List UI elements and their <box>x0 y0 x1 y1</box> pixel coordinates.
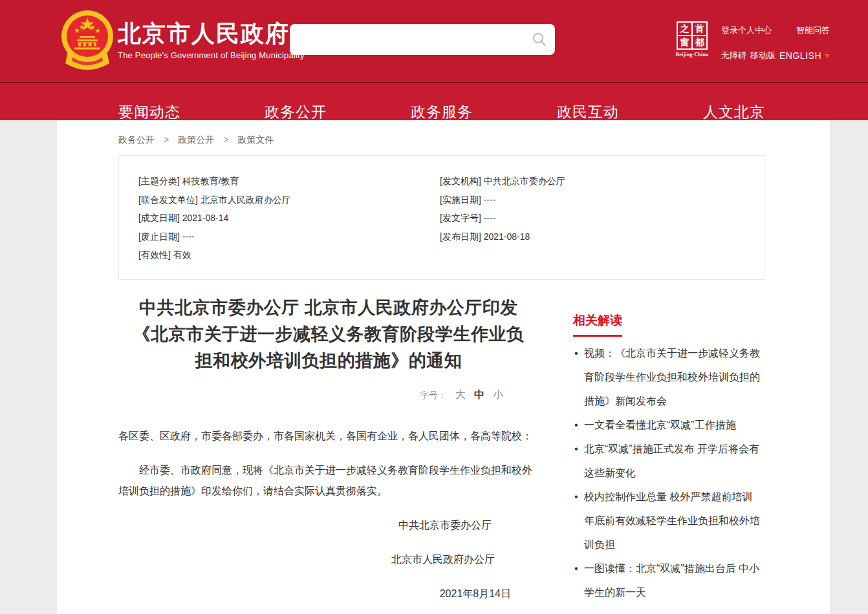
metadata-label: [有效性] <box>138 249 171 260</box>
metadata-row: [成文日期] 2021-08-14 <box>138 209 440 228</box>
capital-window-caption: Beijing-China <box>674 52 710 58</box>
metadata-label: [成文日期] <box>138 213 180 223</box>
article-paragraph: 各区委、区政府，市委各部委办，市各国家机关，各国有企业，各人民团体，各高等院校： <box>118 426 539 447</box>
metadata-left-column: [主题分类] 科技教育/教育 [联合发文单位] 北京市人民政府办公厅 [成文日期… <box>138 172 440 279</box>
smart-qa-link[interactable]: 智能问答 <box>796 25 830 36</box>
metadata-row: [联合发文单位] 北京市人民政府办公厅 <box>138 191 440 209</box>
capital-window-seal-icon: 之 首 窗 都 <box>677 21 708 50</box>
metadata-value: 2021-08-14 <box>182 213 229 223</box>
breadcrumb-item[interactable]: 政策公开 <box>155 134 214 146</box>
site-title-group[interactable]: 北京市人民政府 The People's Government of Beiji… <box>118 21 305 60</box>
font-size-large-button[interactable]: 大 <box>455 389 466 400</box>
related-reading-item-label: 视频：《北京市关于进一步减轻义务教育阶段学生作业负担和校外培训负担的措施》新闻发… <box>584 348 760 407</box>
login-link[interactable]: 登录个人中心 <box>721 25 772 36</box>
metadata-row: [有效性] 有效 <box>138 246 440 264</box>
nav-item-label: 要闻动态 <box>118 102 180 122</box>
chevron-down-icon <box>825 54 830 58</box>
metadata-label: [废止日期] <box>138 231 180 242</box>
metadata-row: [主题分类] 科技教育/教育 <box>138 172 440 191</box>
related-reading-item[interactable]: 校内控制作业总量 校外严禁超前培训 年底前有效减轻学生作业负担和校外培训负担 <box>573 485 765 556</box>
article-body: 各区委、区政府，市委各部委办，市各国家机关，各国有企业，各人民团体，各高等院校：… <box>118 426 539 604</box>
header-quick-links: 登录个人中心 智能问答 无障碍 移动版 ENGLISH <box>721 25 830 61</box>
seal-char: 首 <box>693 23 706 35</box>
seal-char: 之 <box>678 23 691 35</box>
signature-org-2: 北京市人民政府办公厅 <box>118 549 539 570</box>
nav-item-label: 政务服务 <box>411 102 473 122</box>
search-icon[interactable] <box>532 32 547 47</box>
related-reading-item-label: 校内控制作业总量 校外严禁超前培训 年底前有效减轻学生作业负担和校外培训负担 <box>584 491 760 550</box>
signature-date: 2021年8月14日 <box>118 584 539 604</box>
english-link[interactable]: ENGLISH <box>779 50 830 61</box>
metadata-value: 有效 <box>173 249 191 260</box>
english-label: ENGLISH <box>779 50 821 61</box>
related-reading-item[interactable]: 一图读懂：北京“双减”措施出台后 中小学生的新一天 <box>573 556 765 604</box>
font-size-controls: 字号：大中小 <box>118 388 539 402</box>
metadata-row: [发文机构] 中共北京市委办公厅 <box>440 172 565 191</box>
metadata-value: 中共北京市委办公厅 <box>484 176 565 186</box>
metadata-row: [实施日期] ---- <box>440 191 565 209</box>
nav-item-label: 人文北京 <box>703 102 765 122</box>
metadata-right-column: [发文机构] 中共北京市委办公厅 [实施日期] ---- [发文字号] ----… <box>440 172 565 279</box>
article-title-line: 担和校外培训负担的措施》的通知 <box>118 348 539 374</box>
mobile-version-link[interactable]: 移动版 <box>750 50 776 61</box>
metadata-value: 北京市人民政府办公厅 <box>201 195 291 205</box>
breadcrumb-label: 政策公开 <box>178 134 214 145</box>
article-title-line: 中共北京市委办公厅 北京市人民政府办公厅印发 <box>118 295 539 321</box>
related-reading-sidebar: 相关解读 视频：《北京市关于进一步减轻义务教育阶段学生作业负担和校外培训负担的措… <box>573 312 765 604</box>
font-size-label: 字号： <box>420 390 447 400</box>
related-reading-item-label: 一文看全看懂北京“双减”工作措施 <box>584 419 736 430</box>
seal-char: 窗 <box>678 36 691 48</box>
breadcrumb-label: 政策文件 <box>237 134 274 145</box>
metadata-value: ---- <box>484 195 496 205</box>
metadata-row: [废止日期] ---- <box>138 228 440 246</box>
search-bar <box>290 24 555 55</box>
related-reading-item-label: 北京“双减”措施正式发布 开学后将会有这些新变化 <box>584 443 759 478</box>
metadata-value: ---- <box>182 231 195 242</box>
nav-item-label: 政民互动 <box>557 102 619 122</box>
site-name: 北京市人民政府 <box>118 21 305 46</box>
breadcrumb-item[interactable]: 政策文件 <box>214 134 274 146</box>
article-paragraph: 经市委、市政府同意，现将《北京市关于进一步减轻义务教育阶段学生作业负担和校外培训… <box>118 460 539 502</box>
site-name-english: The People's Government of Beijing Munic… <box>118 50 305 60</box>
metadata-label: [发布日期] <box>440 231 481 242</box>
metadata-value: 科技教育/教育 <box>182 176 239 186</box>
search-input[interactable] <box>290 24 555 55</box>
metadata-label: [发文机构] <box>440 176 481 186</box>
related-reading-item-label: 一图读懂：北京“双减”措施出台后 中小学生的新一天 <box>584 563 759 598</box>
font-size-small-button[interactable]: 小 <box>493 389 503 400</box>
breadcrumb-label: 政务公开 <box>118 134 155 145</box>
metadata-label: [主题分类] <box>138 176 180 186</box>
signature-org-1: 中共北京市委办公厅 <box>118 515 539 536</box>
document-metadata-box: [主题分类] 科技教育/教育 [联合发文单位] 北京市人民政府办公厅 [成文日期… <box>118 155 765 280</box>
article-title-line: 《北京市关于进一步减轻义务教育阶段学生作业负 <box>118 321 539 348</box>
site-header: 北京市人民政府 The People's Government of Beiji… <box>0 0 868 82</box>
metadata-label: [联合发文单位] <box>138 195 198 205</box>
metadata-row: [发布日期] 2021-08-18 <box>440 228 565 246</box>
nav-item-label: 政务公开 <box>265 102 327 122</box>
related-reading-item[interactable]: 一文看全看懂北京“双减”工作措施 <box>573 413 765 437</box>
national-emblem-icon[interactable] <box>61 9 114 76</box>
accessibility-link[interactable]: 无障碍 <box>721 50 746 61</box>
related-reading-item[interactable]: 视频：《北京市关于进一步减轻义务教育阶段学生作业负担和校外培训负担的措施》新闻发… <box>573 341 765 413</box>
main-nav: 要闻动态 政务公开 政务服务 政民互动 人文北京 <box>0 82 868 120</box>
sidebar-title: 相关解读 <box>573 312 622 337</box>
article-title: 中共北京市委办公厅 北京市人民政府办公厅印发 《北京市关于进一步减轻义务教育阶段… <box>118 295 539 374</box>
metadata-value: 2021-08-18 <box>484 231 530 242</box>
metadata-label: [发文字号] <box>440 213 481 223</box>
metadata-value: ---- <box>484 213 496 223</box>
metadata-label: [实施日期] <box>440 195 481 205</box>
content-panel: 政务公开 政策公开 政策文件 [主题分类] 科技教育/教育 [联合发文单位] 北… <box>57 120 830 614</box>
metadata-row: [发文字号] ---- <box>440 209 565 228</box>
breadcrumb-item[interactable]: 政务公开 <box>118 134 155 146</box>
seal-char: 都 <box>693 36 706 48</box>
related-reading-item[interactable]: 北京“双减”措施正式发布 开学后将会有这些新变化 <box>573 437 765 485</box>
article: 中共北京市委办公厅 北京市人民政府办公厅印发 《北京市关于进一步减轻义务教育阶段… <box>118 295 539 614</box>
font-size-medium-button[interactable]: 中 <box>474 389 484 400</box>
capital-window-logo[interactable]: 之 首 窗 都 Beijing-China <box>674 21 710 58</box>
related-reading-list: 视频：《北京市关于进一步减轻义务教育阶段学生作业负担和校外培训负担的措施》新闻发… <box>573 341 765 604</box>
breadcrumb: 政务公开 政策公开 政策文件 <box>57 120 830 146</box>
